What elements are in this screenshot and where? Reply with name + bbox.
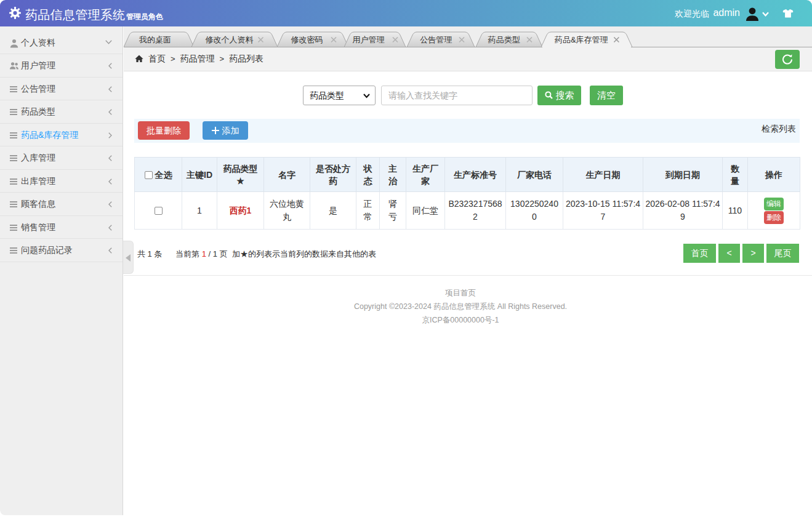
- svg-text:修改个人资料: 修改个人资料: [206, 35, 254, 44]
- svg-text:药品&库存管理: 药品&库存管理: [554, 35, 608, 44]
- svg-text:药品类型: 药品类型: [488, 35, 520, 44]
- svg-text:我的桌面: 我的桌面: [139, 35, 171, 44]
- svg-text:用户管理: 用户管理: [353, 35, 385, 44]
- svg-text:修改密码: 修改密码: [291, 35, 323, 44]
- svg-text:公告管理: 公告管理: [420, 35, 452, 44]
